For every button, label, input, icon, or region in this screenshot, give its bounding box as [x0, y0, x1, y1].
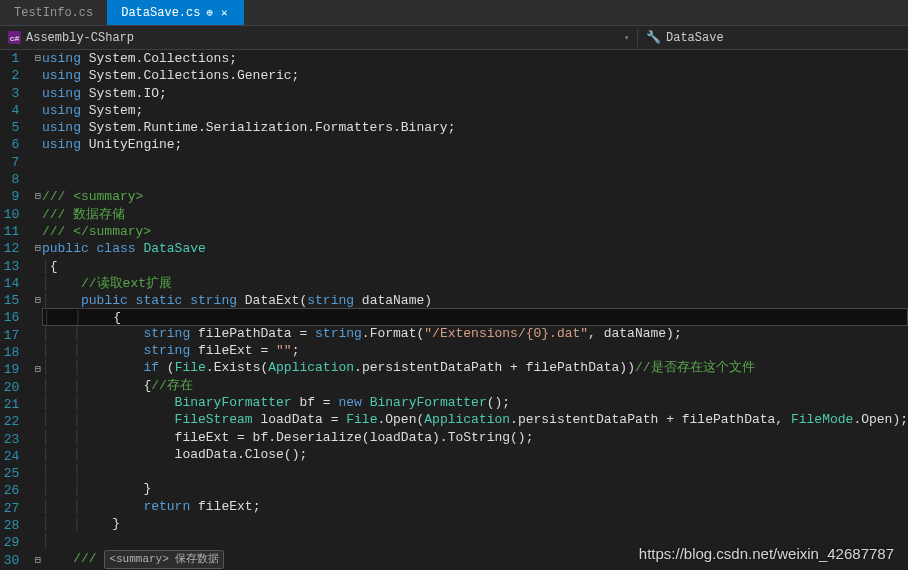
- code-line[interactable]: │ │ return fileExt;: [42, 498, 908, 515]
- code-line[interactable]: │ │ fileExt = bf.Deserialize(loadData).T…: [42, 429, 908, 446]
- tab-label: DataSave.cs: [121, 6, 200, 20]
- code-line[interactable]: [42, 154, 908, 171]
- code-line[interactable]: │ │: [42, 463, 908, 480]
- code-line[interactable]: /// 数据存储: [42, 206, 908, 223]
- breadcrumb-class[interactable]: 🔧 DataSave: [638, 30, 908, 45]
- code-line[interactable]: /// </summary>: [42, 223, 908, 240]
- breadcrumb-label: Assembly-CSharp: [26, 31, 134, 45]
- code-line[interactable]: │ public static string DataExt(string da…: [42, 292, 908, 309]
- tab-bar: TestInfo.cs DataSave.cs ⊕ ✕: [0, 0, 908, 26]
- class-icon: 🔧: [646, 30, 661, 45]
- code-line[interactable]: using System;: [42, 102, 908, 119]
- close-icon[interactable]: ✕: [219, 6, 230, 19]
- code-line[interactable]: │ │ BinaryFormatter bf = new BinaryForma…: [42, 394, 908, 411]
- chevron-down-icon: ▾: [624, 33, 629, 42]
- code-line[interactable]: │ │ if (File.Exists(Application.persiste…: [42, 359, 908, 376]
- breadcrumb-project[interactable]: c# Assembly-CSharp ▾: [0, 31, 637, 45]
- code-line[interactable]: │ │ string fileExt = "";: [42, 342, 908, 359]
- code-line[interactable]: using System.IO;: [42, 85, 908, 102]
- code-line[interactable]: │ │ }: [42, 480, 908, 497]
- tab-label: TestInfo.cs: [14, 6, 93, 20]
- fold-gutter: ⊟⊟⊟⊟⊟⊟: [33, 50, 42, 570]
- code-line[interactable]: │ │ {//存在: [42, 377, 908, 394]
- csharp-icon: c#: [8, 31, 21, 44]
- code-line[interactable]: [42, 171, 908, 188]
- code-line[interactable]: using System.Collections.Generic;: [42, 67, 908, 84]
- breadcrumb: c# Assembly-CSharp ▾ 🔧 DataSave: [0, 26, 908, 50]
- breadcrumb-label: DataSave: [666, 31, 724, 45]
- line-number-gutter: 1234567891011121314151617181920212223242…: [0, 50, 33, 570]
- svg-text:c#: c#: [10, 34, 20, 43]
- code-line[interactable]: using System.Collections;: [42, 50, 908, 67]
- code-line[interactable]: │ │ loadData.Close();: [42, 446, 908, 463]
- tab-testinfo[interactable]: TestInfo.cs: [0, 0, 107, 25]
- code-line[interactable]: │ │ FileStream loadData = File.Open(Appl…: [42, 411, 908, 428]
- code-line[interactable]: │ │ {: [42, 308, 908, 325]
- code-line[interactable]: │{: [42, 258, 908, 275]
- code-line[interactable]: using UnityEngine;: [42, 136, 908, 153]
- tab-datasave[interactable]: DataSave.cs ⊕ ✕: [107, 0, 243, 25]
- code-line[interactable]: │ │ string filePathData = string.Format(…: [42, 325, 908, 342]
- code-line[interactable]: │ │ }: [42, 515, 908, 532]
- code-line[interactable]: using System.Runtime.Serialization.Forma…: [42, 119, 908, 136]
- code-area[interactable]: using System.Collections;using System.Co…: [42, 50, 908, 570]
- pin-icon[interactable]: ⊕: [206, 6, 213, 19]
- code-line[interactable]: /// <summary>: [42, 188, 908, 205]
- watermark: https://blog.csdn.net/weixin_42687787: [639, 545, 894, 562]
- code-editor[interactable]: 1234567891011121314151617181920212223242…: [0, 50, 908, 570]
- code-line[interactable]: │ //读取ext扩展: [42, 275, 908, 292]
- code-line[interactable]: public class DataSave: [42, 240, 908, 257]
